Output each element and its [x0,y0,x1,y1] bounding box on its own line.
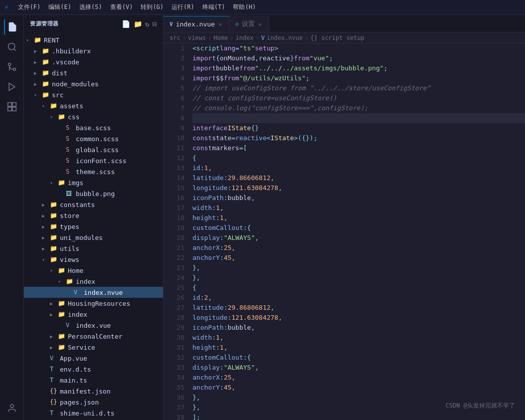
menu-run[interactable]: 运行(R) [169,2,197,12]
folder-icon: 📁 [66,278,74,285]
tree-item-shime-uni[interactable]: ▶ T shime-uni.d.ts [24,408,163,419]
activity-git-icon[interactable] [4,59,20,75]
file-tree: ▾ 📁 RENT ▶ 📁 .hbuilderx ▶ 📁 .vscode [24,32,163,420]
folder-icon: 📁 [58,179,66,186]
svg-rect-7 [7,107,11,111]
tree-item-index-nvue[interactable]: ▶ V index.nvue [24,287,163,298]
folder-icon: 📁 [50,212,58,219]
svg-point-2 [13,68,15,71]
tree-item-manifest-json[interactable]: ▶ {} manifest.json [24,386,163,397]
sidebar-header-actions[interactable]: 📄 📁 ↻ ⊟ [122,20,157,28]
activity-bar [0,15,24,420]
tree-item-index-vue[interactable]: ▶ V index.vue [24,320,163,331]
tree-item-views[interactable]: ▾ 📁 views [24,254,163,265]
activity-extensions-icon[interactable] [4,99,20,115]
menu-goto[interactable]: 转到(G) [138,2,167,12]
tab-close-settings-button[interactable]: ✕ [258,21,263,27]
code-line: id: 1, [192,163,525,173]
tree-item-env-dts[interactable]: ▶ T env.d.ts [24,364,163,375]
tree-item-store[interactable]: ▶ 📁 store [24,210,163,221]
tree-item-css[interactable]: ▾ 📁 css [24,111,163,122]
tab-close-button[interactable]: ✕ [218,21,223,27]
tree-item-common-scss[interactable]: ▶ S common.scss [24,133,163,144]
editor-area: V index.nvue ✕ ⚙ 设置 ✕ src › views › Home… [164,15,525,420]
breadcrumb-index[interactable]: index [235,34,253,41]
folder-icon: 📁 [34,36,42,43]
code-editor[interactable]: 12345 678910 1112131415 1617181920 21222… [164,43,525,420]
code-line: height: 1, [192,213,525,223]
tree-item-src[interactable]: ▾ 📁 src [24,89,163,100]
code-content[interactable]: <script lang="ts" setup> import { onMoun… [188,43,525,420]
breadcrumb-script-setup[interactable]: {} script setup [311,34,364,41]
scss-file-icon: S [66,135,74,142]
tree-item-base-scss[interactable]: ▶ S base.scss [24,122,163,133]
activity-files-icon[interactable] [4,19,20,35]
svg-rect-6 [12,103,16,107]
activity-account-icon[interactable] [4,400,20,416]
svg-rect-5 [7,103,11,107]
code-line: display: "ALWAYS", [192,233,525,243]
nvue-file-icon: V [74,289,82,296]
tree-item-housing-resources[interactable]: ▶ 📁 HousingResources [24,298,163,309]
tree-item-index2[interactable]: ▶ 📁 index [24,309,163,320]
menu-help[interactable]: 帮助(H) [230,2,259,12]
tree-item-dist[interactable]: ▶ 📁 dist [24,67,163,78]
tree-item-vscode[interactable]: ▶ 📁 .vscode [24,56,163,67]
svg-point-0 [8,43,14,50]
code-line: // console.log("configStore===",configSt… [192,103,525,113]
activity-debug-icon[interactable] [4,79,20,95]
code-line: anchorX: 25, [192,243,525,253]
tree-item-theme-scss[interactable]: ▶ S theme.scss [24,166,163,177]
new-folder-icon[interactable]: 📁 [134,20,143,28]
tab-index-nvue[interactable]: V index.nvue ✕ [164,16,229,32]
code-line: import bubble from "../../../assets/imgs… [192,63,525,73]
tree-item-types[interactable]: ▶ 📁 types [24,221,163,232]
tree-item-global-scss[interactable]: ▶ S global.scss [24,144,163,155]
code-line: const markers = [ [192,143,525,153]
activity-search-icon[interactable] [4,39,20,55]
tab-label: 设置 [242,19,255,28]
tree-item-imgs[interactable]: ▾ 📁 imgs [24,177,163,188]
tree-item-personal-center[interactable]: ▶ 📁 PersonalCenter [24,331,163,342]
tree-item-service[interactable]: ▶ 📁 Service [24,342,163,353]
code-line: { [192,283,525,293]
tree-item-node-modules[interactable]: ▶ 📁 node_modules [24,78,163,89]
menu-bar[interactable]: 文件(F) 编辑(E) 选择(S) 查看(V) 转到(G) 运行(R) 终端(T… [15,2,259,12]
tree-item-hbuilderx[interactable]: ▶ 📁 .hbuilderx [24,45,163,56]
menu-view[interactable]: 查看(V) [107,2,136,12]
tree-item-home-index[interactable]: ▾ 📁 index [24,276,163,287]
tree-item-utils[interactable]: ▶ 📁 utils [24,243,163,254]
folder-icon: 📁 [50,201,58,208]
folder-icon: 📁 [50,223,58,230]
tree-item-pages-json[interactable]: ▶ {} pages.json [24,397,163,408]
folder-icon: 📁 [58,113,66,120]
tree-item-main-ts[interactable]: ▶ T main.ts [24,375,163,386]
menu-file[interactable]: 文件(F) [15,2,44,12]
folder-icon: 📁 [50,234,58,241]
menu-terminal[interactable]: 终端(T) [199,2,228,12]
folder-icon: 📁 [50,256,58,263]
code-line: anchorX: 25, [192,373,525,383]
breadcrumb-src[interactable]: src [170,34,180,41]
menu-select[interactable]: 选择(S) [76,2,105,12]
tree-item-home[interactable]: ▾ 📁 Home [24,265,163,276]
tree-item-uni-modules[interactable]: ▶ 📁 uni_modules [24,232,163,243]
tree-item-app-vue[interactable]: ▶ V App.vue [24,353,163,364]
png-file-icon: 🖼 [66,190,74,197]
tree-item-assets[interactable]: ▾ 📁 assets [24,100,163,111]
new-file-icon[interactable]: 📄 [122,20,131,28]
tree-root-rent[interactable]: ▾ 📁 RENT [24,34,163,45]
tree-item-constants[interactable]: ▶ 📁 constants [24,199,163,210]
tree-item-iconfont-scss[interactable]: ▶ S iconFont.scss [24,155,163,166]
collapse-all-icon[interactable]: ⊟ [153,20,157,28]
settings-tab-icon: ⚙ [235,21,239,27]
tree-item-bubble-png[interactable]: ▶ 🖼 bubble.png [24,188,163,199]
breadcrumb-home[interactable]: Home [213,34,228,41]
scss-file-icon: S [66,168,74,175]
breadcrumb-views[interactable]: views [188,34,206,41]
code-line: customCallout: { [192,223,525,233]
tab-settings[interactable]: ⚙ 设置 ✕ [229,16,269,32]
menu-edit[interactable]: 编辑(E) [45,2,74,12]
breadcrumb-file[interactable]: index.nvue [267,34,303,41]
refresh-icon[interactable]: ↻ [145,20,150,28]
